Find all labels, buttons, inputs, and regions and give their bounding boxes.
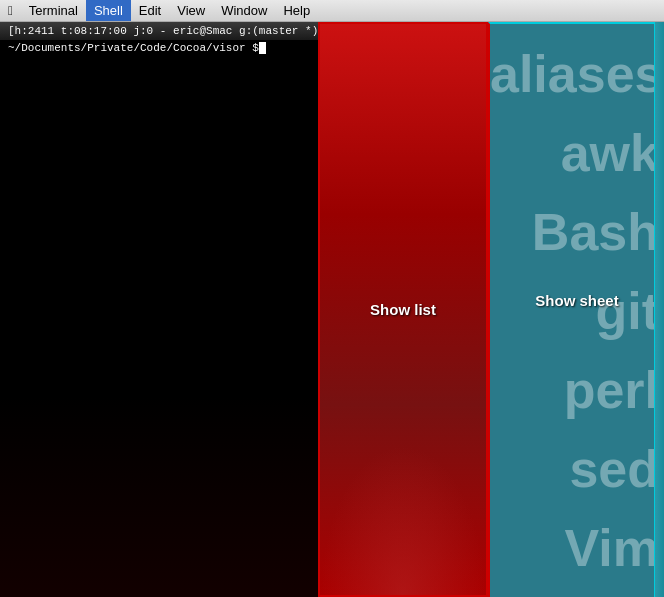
- apple-menu[interactable]: : [0, 0, 21, 21]
- cheat-item-sed: sed: [490, 443, 664, 495]
- terminal-prompt: ~/Documents/Private/Code/Cocoa/visor $: [0, 40, 318, 56]
- main-content: [h:2411 t:08:17:00 j:0 - eric@Smac g:(ma…: [0, 22, 664, 597]
- cheat-item-perl: perl: [490, 364, 664, 416]
- terminal-body[interactable]: [0, 56, 318, 593]
- cheat-item-aliases: aliases: [490, 48, 664, 100]
- menu-window[interactable]: Window: [213, 0, 275, 21]
- cheat-items-list: aliases awk Bash git perl sed Vim: [490, 24, 664, 597]
- menu-terminal[interactable]: Terminal: [21, 0, 86, 21]
- cheatsheet-panel[interactable]: aliases awk Bash git perl sed Vim Show s…: [488, 22, 664, 597]
- menu-help[interactable]: Help: [275, 0, 318, 21]
- cursor-block: [259, 42, 266, 54]
- cheat-item-awk: awk: [490, 127, 664, 179]
- window-chrome: [654, 22, 664, 597]
- menu-view[interactable]: View: [169, 0, 213, 21]
- show-list-panel[interactable]: Show list: [318, 22, 488, 597]
- menu-shell[interactable]: Shell: [86, 0, 131, 21]
- menubar:  Terminal Shell Edit View Window Help: [0, 0, 664, 22]
- cheat-item-vim: Vim: [490, 522, 664, 574]
- menu-edit[interactable]: Edit: [131, 0, 169, 21]
- apple-icon: : [8, 3, 13, 18]
- show-sheet-button[interactable]: Show sheet: [535, 292, 618, 309]
- cheat-item-bash: Bash: [490, 206, 664, 258]
- terminal-panel: [h:2411 t:08:17:00 j:0 - eric@Smac g:(ma…: [0, 22, 318, 597]
- show-list-button[interactable]: Show list: [370, 301, 436, 318]
- terminal-header: [h:2411 t:08:17:00 j:0 - eric@Smac g:(ma…: [0, 22, 318, 40]
